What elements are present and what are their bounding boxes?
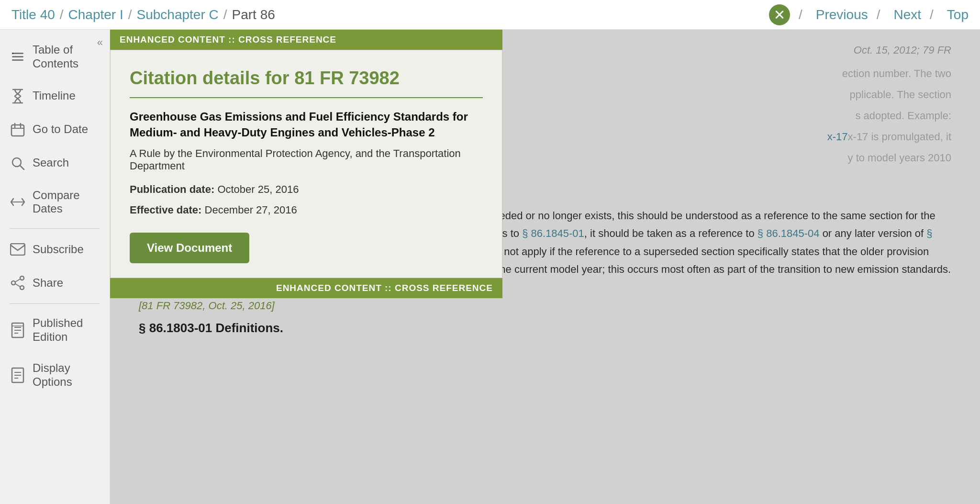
sidebar-collapse-button[interactable]: «	[97, 36, 103, 49]
section-heading: § 86.1803-01 Definitions.	[139, 321, 951, 336]
popup-footer: ENHANCED CONTENT :: CROSS REFERENCE	[110, 278, 502, 298]
sidebar-label-published-edition: PublishedEdition	[33, 316, 83, 344]
sidebar-label-share: Share	[33, 276, 63, 290]
nav-top[interactable]: Top	[947, 7, 969, 22]
sidebar-item-published-edition[interactable]: PublishedEdition	[0, 308, 110, 353]
top-nav: Title 40 / Chapter I / Subchapter C / Pa…	[0, 0, 980, 30]
sidebar-label-go-to-date: Go to Date	[33, 123, 88, 136]
envelope-icon	[10, 241, 26, 258]
sidebar-label-search: Search	[33, 156, 69, 170]
list-icon	[10, 49, 26, 65]
display-options-icon	[10, 367, 26, 383]
svg-point-14	[20, 286, 24, 290]
share-icon	[10, 275, 26, 291]
citation-popup: ENHANCED CONTENT :: CROSS REFERENCE Cita…	[110, 30, 502, 298]
close-button[interactable]	[769, 4, 790, 25]
nav-next[interactable]: Next	[893, 7, 921, 22]
compare-icon	[10, 194, 26, 210]
svg-rect-11	[11, 244, 25, 255]
popup-title: Citation details for 81 FR 73982	[130, 67, 483, 98]
svg-line-16	[15, 284, 20, 287]
svg-rect-3	[12, 53, 14, 54]
nav-sep5: /	[877, 7, 880, 22]
search-icon	[10, 155, 26, 171]
popup-effective-date: Effective date: December 27, 2016	[130, 202, 483, 218]
popup-body: Citation details for 81 FR 73982 Greenho…	[110, 50, 502, 278]
svg-point-13	[11, 281, 15, 285]
sidebar-item-toc[interactable]: Table ofContents	[0, 34, 110, 79]
nav-sep1: /	[60, 7, 64, 22]
svg-rect-4	[11, 125, 24, 136]
nav-sep6: /	[930, 7, 934, 22]
popup-header: ENHANCED CONTENT :: CROSS REFERENCE	[110, 30, 502, 50]
nav-chapter1[interactable]: Chapter I	[68, 7, 123, 22]
sidebar: « Table ofContents Timeline	[0, 30, 110, 504]
nav-sep4: /	[799, 7, 802, 22]
sidebar-item-compare-dates[interactable]: CompareDates	[0, 180, 110, 225]
sidebar-label-toc: Table ofContents	[33, 43, 78, 71]
sidebar-item-timeline[interactable]: Timeline	[0, 79, 110, 113]
svg-rect-1	[12, 56, 23, 57]
svg-line-9	[20, 166, 24, 169]
sidebar-item-go-to-date[interactable]: Go to Date	[0, 113, 110, 146]
svg-rect-2	[12, 59, 23, 61]
view-document-button[interactable]: View Document	[130, 233, 249, 263]
svg-point-12	[20, 276, 24, 280]
nav-subchapterC[interactable]: Subchapter C	[137, 7, 219, 22]
ref-86-1845-01[interactable]: § 86.1845-01	[522, 227, 584, 239]
sidebar-label-display-options: DisplayOptions	[33, 361, 72, 389]
nav-previous[interactable]: Previous	[816, 7, 868, 22]
sidebar-divider-2	[10, 303, 100, 304]
sidebar-label-subscribe: Subscribe	[33, 243, 84, 257]
nav-sep2: /	[128, 7, 132, 22]
ref-86-1845-04[interactable]: § 86.1845-04	[757, 227, 820, 239]
nav-part86: Part 86	[232, 7, 275, 22]
nav-right: / Previous / Next / Top	[760, 4, 969, 25]
popup-doc-title: Greenhouse Gas Emissions and Fuel Effici…	[130, 109, 483, 141]
svg-line-15	[15, 279, 20, 282]
nav-sep3: /	[223, 7, 227, 22]
popup-publication-date: Publication date: October 25, 2016	[130, 181, 483, 198]
hourglass-icon	[10, 88, 26, 104]
sidebar-divider-1	[10, 228, 100, 229]
sidebar-item-display-options[interactable]: DisplayOptions	[0, 353, 110, 398]
published-edition-icon	[10, 322, 26, 338]
popup-subtitle: A Rule by the Environmental Protection A…	[130, 147, 483, 172]
nav-title40[interactable]: Title 40	[11, 7, 55, 22]
sidebar-item-subscribe[interactable]: Subscribe	[0, 233, 110, 266]
sidebar-item-search[interactable]: Search	[0, 146, 110, 180]
sidebar-item-share[interactable]: Share	[0, 266, 110, 300]
sidebar-label-compare-dates: CompareDates	[33, 189, 80, 216]
sidebar-label-timeline: Timeline	[33, 89, 76, 103]
fr-citation: [81 FR 73982, Oct. 25, 2016]	[139, 300, 951, 312]
calendar-icon	[10, 122, 26, 138]
